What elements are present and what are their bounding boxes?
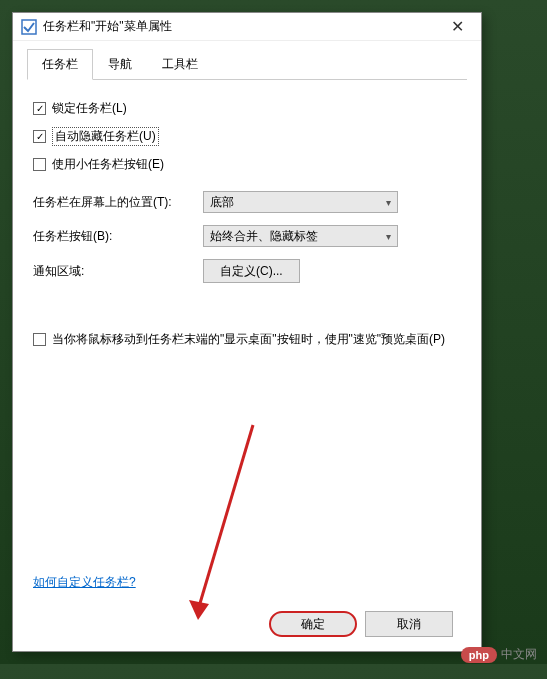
row-help-link: 如何自定义任务栏? — [33, 574, 136, 591]
dialog-footer: 确定 取消 — [27, 601, 467, 651]
ok-button[interactable]: 确定 — [269, 611, 357, 637]
watermark-text: 中文网 — [501, 646, 537, 663]
select-buttons-value: 始终合并、隐藏标签 — [210, 228, 318, 245]
tab-panel: 锁定任务栏(L) 自动隐藏任务栏(U) 使用小任务栏按钮(E) 任务栏在屏幕上的… — [27, 80, 467, 601]
chevron-down-icon: ▾ — [386, 231, 391, 242]
svg-line-1 — [198, 425, 253, 610]
checkbox-peek[interactable] — [33, 333, 46, 346]
dialog-content: 任务栏 导航 工具栏 锁定任务栏(L) 自动隐藏任务栏(U) 使用小任务栏按钮(… — [13, 41, 481, 651]
select-position-value: 底部 — [210, 194, 234, 211]
row-autohide: 自动隐藏任务栏(U) — [33, 127, 461, 146]
tab-strip: 任务栏 导航 工具栏 — [27, 49, 467, 80]
select-position[interactable]: 底部 ▾ — [203, 191, 398, 213]
watermark-badge: php — [461, 647, 497, 663]
titlebar: 任务栏和"开始"菜单属性 ✕ — [13, 13, 481, 41]
window-title: 任务栏和"开始"菜单属性 — [43, 18, 441, 35]
chevron-down-icon: ▾ — [386, 197, 391, 208]
label-autohide: 自动隐藏任务栏(U) — [52, 127, 159, 146]
tab-taskbar[interactable]: 任务栏 — [27, 49, 93, 80]
help-link[interactable]: 如何自定义任务栏? — [33, 575, 136, 589]
label-peek: 当你将鼠标移动到任务栏末端的"显示桌面"按钮时，使用"速览"预览桌面(P) — [52, 331, 445, 348]
customize-button[interactable]: 自定义(C)... — [203, 259, 300, 283]
row-small-buttons: 使用小任务栏按钮(E) — [33, 156, 461, 173]
checkbox-small-buttons[interactable] — [33, 158, 46, 171]
tab-toolbars[interactable]: 工具栏 — [147, 49, 213, 79]
watermark: php 中文网 — [461, 646, 537, 663]
close-button[interactable]: ✕ — [441, 17, 473, 36]
taskbar-icon — [21, 19, 37, 35]
cancel-button[interactable]: 取消 — [365, 611, 453, 637]
row-lock-taskbar: 锁定任务栏(L) — [33, 100, 461, 117]
checkbox-lock[interactable] — [33, 102, 46, 115]
row-position: 任务栏在屏幕上的位置(T): 底部 ▾ — [33, 191, 461, 213]
label-position: 任务栏在屏幕上的位置(T): — [33, 194, 203, 211]
label-small-buttons: 使用小任务栏按钮(E) — [52, 156, 164, 173]
select-taskbar-buttons[interactable]: 始终合并、隐藏标签 ▾ — [203, 225, 398, 247]
label-lock: 锁定任务栏(L) — [52, 100, 127, 117]
dialog-window: 任务栏和"开始"菜单属性 ✕ 任务栏 导航 工具栏 锁定任务栏(L) 自动隐藏任… — [12, 12, 482, 652]
tab-navigation[interactable]: 导航 — [93, 49, 147, 79]
row-peek: 当你将鼠标移动到任务栏末端的"显示桌面"按钮时，使用"速览"预览桌面(P) — [33, 331, 461, 348]
checkbox-autohide[interactable] — [33, 130, 46, 143]
label-taskbar-buttons: 任务栏按钮(B): — [33, 228, 203, 245]
row-taskbar-buttons: 任务栏按钮(B): 始终合并、隐藏标签 ▾ — [33, 225, 461, 247]
label-notify-area: 通知区域: — [33, 263, 203, 280]
row-notify-area: 通知区域: 自定义(C)... — [33, 259, 461, 283]
